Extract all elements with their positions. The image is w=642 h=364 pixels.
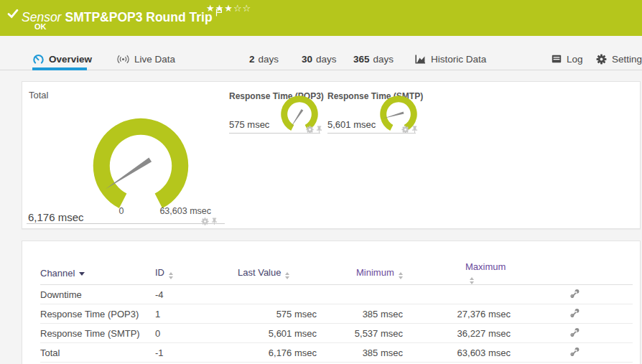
edit-channel-wrench-icon[interactable]: [570, 308, 580, 319]
tab-label: Settings: [612, 54, 642, 65]
gauge-icon: [33, 54, 44, 65]
total-gauge: [89, 114, 192, 218]
tab-label: Log: [567, 54, 583, 65]
edit-channel-wrench-icon[interactable]: [570, 347, 580, 358]
gauge-total-value: 6,176 msec: [28, 211, 84, 223]
gear-icon: [596, 54, 607, 65]
cell-last-value: [238, 285, 317, 304]
gauge-pop3-value: 575 msec: [229, 119, 269, 130]
tab-number: 365: [353, 54, 370, 65]
table-row: Response Time (SMTP) 0 5,601 msec 5,537 …: [40, 324, 633, 343]
tab-30-days[interactable]: 30 days: [302, 50, 337, 68]
col-header-channel[interactable]: Channel: [40, 261, 155, 285]
gauge-settings-gear-icon[interactable]: [401, 123, 409, 136]
status-badge: OK: [34, 22, 47, 31]
tab-label: days: [259, 54, 279, 65]
ok-check-icon: [7, 8, 19, 19]
cell-last-value: 575 msec: [238, 304, 317, 324]
gauge-settings-gear-icon[interactable]: [306, 123, 314, 136]
sort-icon: [470, 277, 474, 284]
col-header-id[interactable]: ID: [155, 261, 238, 285]
sensor-header: SensorSMTP&POP3 Round Trip ★★★☆☆ OK: [0, 0, 642, 36]
tab-number: 2: [249, 54, 255, 65]
gauge-pin-icon[interactable]: [211, 215, 218, 228]
tabbar-divider: [0, 70, 642, 70]
chart-icon: [415, 55, 426, 64]
log-icon: [552, 55, 562, 63]
tab-historic-data[interactable]: Historic Data: [415, 50, 486, 68]
tab-2-days[interactable]: 2 days: [249, 50, 279, 68]
sort-icon: [285, 272, 289, 279]
cell-maximum: 27,376 msec: [403, 304, 511, 324]
tab-label: days: [373, 54, 394, 65]
cell-channel: Response Time (POP3): [40, 304, 155, 324]
cell-maximum: 36,227 msec: [403, 324, 511, 343]
edit-channel-wrench-icon[interactable]: [570, 327, 580, 339]
gauge-pin-icon[interactable]: [316, 123, 322, 136]
cell-id: -1: [155, 343, 238, 363]
cell-minimum: 385 msec: [317, 304, 403, 324]
table-row: Total -1 6,176 msec 385 msec 63,603 msec: [40, 343, 633, 363]
sort-desc-icon: [79, 272, 85, 276]
stars-empty: ☆☆: [233, 3, 251, 14]
tab-label: days: [316, 54, 337, 65]
gauge-pin-icon[interactable]: [411, 123, 418, 136]
stars-filled: ★★★: [206, 3, 233, 14]
tab-overview[interactable]: Overview: [33, 50, 92, 68]
cell-last-value: 6,176 msec: [238, 343, 317, 363]
col-header-minimum[interactable]: Minimum: [317, 261, 403, 285]
cell-minimum: [317, 285, 403, 304]
gauge-max-label: 63,603 msec: [152, 206, 211, 216]
priority-stars[interactable]: ★★★☆☆: [206, 3, 251, 14]
gauge-min-label: 0: [114, 206, 129, 216]
tab-365-days[interactable]: 365 days: [353, 50, 394, 68]
edit-channel-wrench-icon[interactable]: [570, 289, 580, 300]
cell-maximum: [403, 285, 511, 304]
gauge-total-title: Total: [29, 90, 48, 101]
col-header-maximum[interactable]: Maximum: [403, 261, 511, 285]
cell-minimum: 5,537 msec: [317, 324, 403, 343]
col-header-last-value[interactable]: Last Value: [238, 261, 317, 285]
cell-id: 0: [155, 324, 238, 343]
cell-channel: Downtime: [40, 285, 155, 304]
table-row: Response Time (POP3) 1 575 msec 385 msec…: [40, 304, 633, 324]
cell-id: -4: [155, 285, 238, 304]
gauges-panel: Total 0 63,603 msec 6,176 msec Response …: [22, 81, 641, 229]
channels-table: Channel ID Last Value Minimum Maximum Do…: [40, 261, 633, 363]
channels-panel: Channel ID Last Value Minimum Maximum Do…: [22, 241, 641, 364]
cell-channel: Response Time (SMTP): [40, 324, 155, 343]
tab-label: Historic Data: [431, 54, 486, 65]
tab-live-data[interactable]: Live Data: [117, 50, 175, 68]
tab-label: Overview: [49, 54, 92, 65]
broadcast-icon: [117, 55, 129, 64]
table-row: Downtime -4: [40, 285, 633, 304]
tab-log[interactable]: Log: [552, 50, 583, 68]
cell-last-value: 5,601 msec: [238, 324, 317, 343]
sort-icon: [399, 272, 403, 279]
cell-minimum: 385 msec: [317, 343, 403, 363]
tab-number: 30: [302, 54, 312, 65]
cell-channel: Total: [40, 343, 155, 363]
cell-maximum: 63,603 msec: [403, 343, 511, 363]
gauge-smtp-value: 5,601 msec: [327, 119, 376, 130]
sort-icon: [169, 272, 173, 279]
cell-id: 1: [155, 304, 238, 324]
gauge-settings-gear-icon[interactable]: [201, 215, 209, 228]
tab-label: Live Data: [134, 54, 175, 65]
tab-settings[interactable]: Settings: [596, 50, 642, 68]
page-title: SMTP&POP3 Round Trip: [65, 10, 212, 24]
